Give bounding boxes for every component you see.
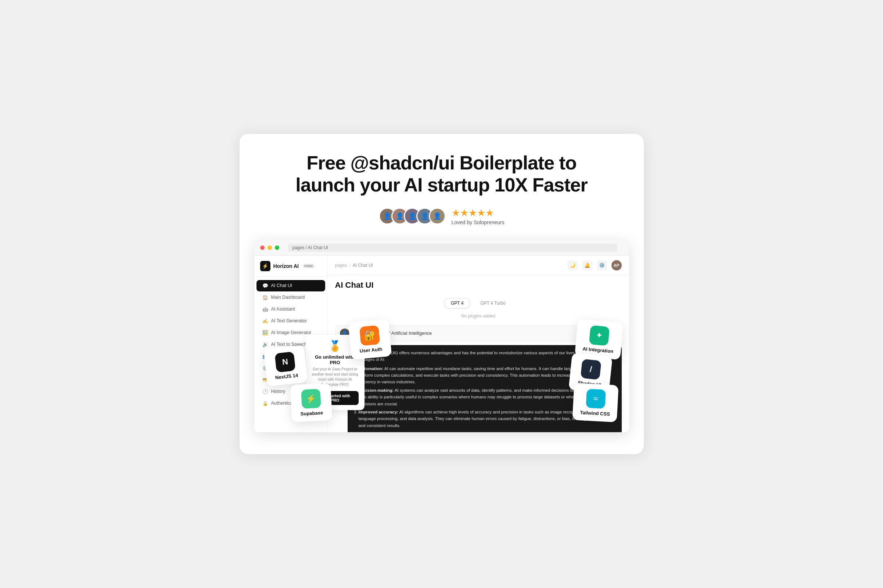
nextjs-label: NextJS 14 xyxy=(275,372,298,380)
response-item-4: Continuous operation: AI systems can wor… xyxy=(359,430,616,432)
no-plugins-text: No plugins added xyxy=(335,314,622,319)
nextjs-icon: N xyxy=(274,351,295,372)
breadcrumb-parent: pages xyxy=(335,263,347,268)
logo-icon: ⚡ xyxy=(260,261,270,271)
sidebar-free-badge: FREE xyxy=(303,264,315,268)
nav-item-label: AI Text Generator xyxy=(271,318,307,323)
assistant-icon: 🤖 xyxy=(262,306,268,312)
nav-item-label: AI Chat UI xyxy=(271,283,292,288)
sidebar-item-main-dashboard[interactable]: 🏠 Main Dashboard xyxy=(256,292,325,303)
response-point-title-4: Continuous operation: xyxy=(359,432,404,432)
ai-integration-label: AI Integration xyxy=(582,346,614,354)
user-auth-label: User Auth xyxy=(359,346,382,354)
breadcrumb-separator: / xyxy=(349,263,350,268)
browser-url: pages / AI Chat UI xyxy=(288,244,617,252)
browser-dot-red xyxy=(260,246,265,250)
breadcrumb: pages / AI Chat UI xyxy=(335,263,373,268)
browser-dot-yellow xyxy=(267,246,272,250)
stars-block: ★★★★★ Loved by Solopreneurs xyxy=(451,207,505,225)
headline-line2: launch your AI startup 10X Faster xyxy=(295,174,587,195)
page-title: AI Chat UI xyxy=(335,280,622,290)
loved-text: Loved by Solopreneurs xyxy=(451,219,505,225)
sidebar-item-ai-assistant[interactable]: 🤖 AI Assistant xyxy=(256,303,325,315)
history-icon: 🕐 xyxy=(262,389,268,394)
page-title-bar: AI Chat UI xyxy=(328,275,629,294)
nav-item-label: AI Text to Speech xyxy=(271,342,307,347)
text-to-speech-icon: 🔊 xyxy=(262,342,268,347)
tailwind-label: Tailwind CSS xyxy=(580,410,610,417)
outer-card: Free @shadcn/ui Boilerplate to launch yo… xyxy=(240,134,644,454)
text-generator-icon: ✍️ xyxy=(262,318,268,324)
content-wrapper: 🔐 User Auth ✦ AI Integration N NextJS 14… xyxy=(254,240,629,432)
header-actions: 🌙 🔔 ⚙️ AP xyxy=(567,260,622,270)
sidebar-logo: ⚡ Horizon AI FREE xyxy=(254,256,327,277)
shadcn-icon: / xyxy=(580,358,601,380)
nav-item-label: AI Image Generator xyxy=(271,330,312,335)
sidebar-logo-text: Horizon AI xyxy=(273,263,299,269)
avatar: 👤 xyxy=(429,208,446,225)
settings-button[interactable]: ⚙️ xyxy=(597,260,607,270)
ai-integration-icon: ✦ xyxy=(589,325,609,346)
sidebar-item-ai-text-generator[interactable]: ✍️ AI Text Generator xyxy=(256,315,325,327)
chat-icon: 💬 xyxy=(262,283,268,288)
nav-item-label: AI Assistant xyxy=(271,306,295,312)
avatar-initials: AP xyxy=(614,263,619,267)
browser-bar: pages / AI Chat UI xyxy=(254,240,629,256)
tailwind-icon: ≈ xyxy=(586,388,606,409)
tab-gpt4-label: GPT 4 xyxy=(451,301,463,306)
sidebar-item-ai-chat-ui[interactable]: 💬 AI Chat UI xyxy=(256,280,325,291)
headline-line1: Free @shadcn/ui Boilerplate to xyxy=(306,152,576,174)
content-header: pages / AI Chat UI 🌙 🔔 ⚙️ AP xyxy=(328,256,629,275)
avatars: 👤 👤 👤 👤 👤 xyxy=(379,208,446,225)
model-tabs: GPT 4 GPT 4 Turbo xyxy=(335,298,622,308)
nav-item-label: Main Dashboard xyxy=(271,295,305,300)
badge-tailwind: ≈ Tailwind CSS xyxy=(573,383,619,422)
response-point-title-3: Improved accuracy: xyxy=(359,410,399,414)
image-generator-icon: 🖼️ xyxy=(262,330,268,336)
tab-gpt4-turbo[interactable]: GPT 4 Turbo xyxy=(473,298,512,308)
nav-item-label: History xyxy=(271,389,285,394)
stars: ★★★★★ xyxy=(451,207,494,219)
chat-user-input: The advantages of Artificial Intelligenc… xyxy=(352,331,608,336)
badge-user-auth: 🔐 User Auth xyxy=(348,319,391,359)
supabase-label: Supabase xyxy=(300,410,323,416)
supabase-icon: ⚡ xyxy=(301,388,321,409)
breadcrumb-current: AI Chat UI xyxy=(353,263,373,268)
tab-gpt4[interactable]: GPT 4 xyxy=(444,298,470,308)
badge-supabase: ⚡ Supabase xyxy=(290,383,332,422)
browser-dot-green xyxy=(275,246,279,250)
user-auth-icon: 🔐 xyxy=(359,325,379,346)
auth-icon: 🔒 xyxy=(262,400,268,406)
notifications-button[interactable]: 🔔 xyxy=(582,260,592,270)
user-avatar[interactable]: AP xyxy=(612,260,622,270)
tab-gpt4-turbo-label: GPT 4 Turbo xyxy=(480,301,505,306)
dashboard-icon: 🏠 xyxy=(262,295,268,300)
headline: Free @shadcn/ui Boilerplate to launch yo… xyxy=(254,152,629,196)
social-proof: 👤 👤 👤 👤 👤 ★★★★★ Loved by Solopreneurs xyxy=(254,207,629,225)
theme-toggle-button[interactable]: 🌙 xyxy=(567,260,578,270)
badge-nextjs: N NextJS 14 xyxy=(264,345,307,386)
